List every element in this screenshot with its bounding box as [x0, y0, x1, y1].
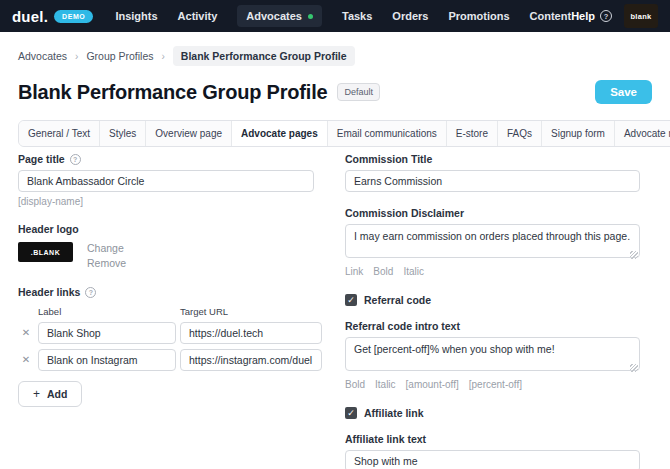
nav-item-activity[interactable]: Activity — [178, 10, 218, 22]
add-link-label: Add — [47, 388, 67, 400]
nav-items: Insights Activity Advocates Tasks Orders… — [115, 5, 571, 27]
header-links-label: Header links ? — [18, 286, 314, 298]
logo-actions: Change Remove — [87, 242, 126, 270]
hint-bold: Bold — [373, 266, 393, 277]
default-badge: Default — [337, 83, 380, 101]
nav-item-orders[interactable]: Orders — [392, 10, 428, 22]
commission-title-label-text: Commission Title — [345, 153, 432, 165]
chevron-right-icon: › — [75, 51, 78, 62]
hint-italic: Italic — [375, 379, 396, 390]
referral-code-toggle-row: ✓ Referral code — [345, 294, 640, 306]
page-title-input[interactable] — [18, 170, 314, 192]
display-name-token: [display-name] — [18, 196, 83, 207]
breadcrumb: Advocates › Group Profiles › Blank Perfo… — [0, 32, 670, 74]
affiliate-link-toggle-row: ✓ Affiliate link — [345, 407, 640, 419]
tab-e-store[interactable]: E-store — [447, 121, 498, 146]
help-tooltip-icon[interactable]: ? — [85, 287, 96, 298]
header-logo-label-text: Header logo — [18, 223, 79, 235]
help-button[interactable]: Help ? — [571, 10, 612, 22]
commission-disclaimer-wrap: I may earn commission on orders placed t… — [345, 219, 640, 262]
account-logo[interactable]: blank — [624, 4, 658, 28]
page-title: Blank Performance Group Profile — [18, 81, 327, 104]
tab-signup-form[interactable]: Signup form — [542, 121, 615, 146]
save-button[interactable]: Save — [595, 80, 652, 104]
link-url-input-2[interactable] — [180, 349, 322, 371]
hint-percent-off-token: [percent-off] — [469, 379, 522, 390]
header-logo-row: .BLANK Change Remove — [18, 242, 314, 270]
right-form-column: Commission Title Commission Disclaimer I… — [345, 153, 640, 469]
page-header: Blank Performance Group Profile Default … — [0, 74, 670, 116]
tab-email-communications[interactable]: Email communications — [328, 121, 447, 146]
link-label-input-2[interactable] — [38, 349, 176, 371]
column-header-target-url: Target URL — [180, 306, 322, 317]
commission-title-label: Commission Title — [345, 153, 640, 165]
remove-link-row-button[interactable]: ✕ — [18, 355, 34, 365]
link-label-input-1[interactable] — [38, 322, 176, 344]
help-icon: ? — [600, 10, 612, 22]
referral-intro-label-text: Referral code intro text — [345, 320, 460, 332]
affiliate-link-text-label-text: Affiliate link text — [345, 433, 426, 445]
commission-disclaimer-label-text: Commission Disclaimer — [345, 207, 464, 219]
hint-bold: Bold — [345, 379, 365, 390]
hint-amount-off-token: [amount-off] — [406, 379, 459, 390]
referral-code-checkbox[interactable]: ✓ — [345, 294, 357, 306]
nav-item-advocates[interactable]: Advocates — [237, 5, 322, 27]
page-title-helper: [display-name] — [18, 196, 314, 207]
top-navigation: duel. DEMO Insights Activity Advocates T… — [0, 0, 670, 32]
referral-intro-textarea[interactable]: Get [percent-off]% when you shop with me… — [345, 337, 640, 371]
hint-link: Link — [345, 266, 363, 277]
left-form-column: Page title ? [display-name] Header logo … — [18, 153, 314, 407]
chevron-right-icon: › — [162, 51, 165, 62]
affiliate-link-text-input[interactable] — [345, 450, 640, 469]
nav-item-advocates-label: Advocates — [246, 10, 302, 22]
breadcrumb-advocates[interactable]: Advocates — [18, 50, 67, 62]
active-status-dot — [308, 14, 313, 19]
referral-intro-wrap: Get [percent-off]% when you shop with me… — [345, 332, 640, 375]
help-tooltip-icon[interactable]: ? — [70, 154, 81, 165]
hint-italic: Italic — [403, 266, 424, 277]
plus-icon: + — [33, 388, 40, 400]
add-link-button[interactable]: + Add — [18, 381, 82, 407]
referral-code-label: Referral code — [364, 294, 431, 306]
tab-bar: General / Text Styles Overview page Advo… — [18, 120, 670, 147]
header-links-grid: Label Target URL ✕ ✕ — [18, 306, 314, 371]
link-url-input-1[interactable] — [180, 322, 322, 344]
breadcrumb-current-page: Blank Performance Group Profile — [173, 46, 355, 66]
demo-badge: DEMO — [54, 10, 93, 23]
tab-advocate-moderation[interactable]: Advocate moderation — [615, 121, 670, 146]
header-logo-label: Header logo — [18, 223, 314, 235]
column-header-label: Label — [38, 306, 176, 317]
referral-intro-label: Referral code intro text — [345, 320, 640, 332]
commission-disclaimer-label: Commission Disclaimer — [345, 207, 640, 219]
duel-logo: duel. — [12, 8, 48, 25]
help-label: Help — [571, 10, 595, 22]
tab-general-text[interactable]: General / Text — [19, 121, 100, 146]
tab-advocate-pages[interactable]: Advocate pages — [232, 121, 328, 146]
nav-item-promotions[interactable]: Promotions — [448, 10, 509, 22]
nav-right: Help ? blank — [571, 4, 658, 28]
commission-title-input[interactable] — [345, 170, 640, 192]
affiliate-link-checkbox[interactable]: ✓ — [345, 407, 357, 419]
tab-styles[interactable]: Styles — [100, 121, 146, 146]
nav-item-content[interactable]: Content — [530, 10, 572, 22]
affiliate-link-text-label: Affiliate link text — [345, 433, 640, 445]
commission-disclaimer-formatting-hints: Link Bold Italic — [345, 266, 640, 277]
page-title-label-text: Page title — [18, 153, 65, 165]
page-title-field-label: Page title ? — [18, 153, 314, 165]
affiliate-link-label: Affiliate link — [364, 407, 424, 419]
tab-overview-page[interactable]: Overview page — [146, 121, 232, 146]
breadcrumb-group-profiles[interactable]: Group Profiles — [86, 50, 153, 62]
brand-logo-preview: .BLANK — [18, 242, 73, 262]
tab-faqs[interactable]: FAQs — [498, 121, 542, 146]
change-logo-link[interactable]: Change — [87, 242, 126, 255]
remove-link-row-button[interactable]: ✕ — [18, 328, 34, 338]
header-links-label-text: Header links — [18, 286, 80, 298]
remove-logo-link[interactable]: Remove — [87, 257, 126, 270]
commission-disclaimer-textarea[interactable]: I may earn commission on orders placed t… — [345, 224, 640, 258]
nav-item-insights[interactable]: Insights — [115, 10, 157, 22]
referral-intro-formatting-hints: Bold Italic [amount-off] [percent-off] — [345, 379, 640, 390]
brand: duel. DEMO — [12, 8, 93, 25]
nav-item-tasks[interactable]: Tasks — [342, 10, 372, 22]
